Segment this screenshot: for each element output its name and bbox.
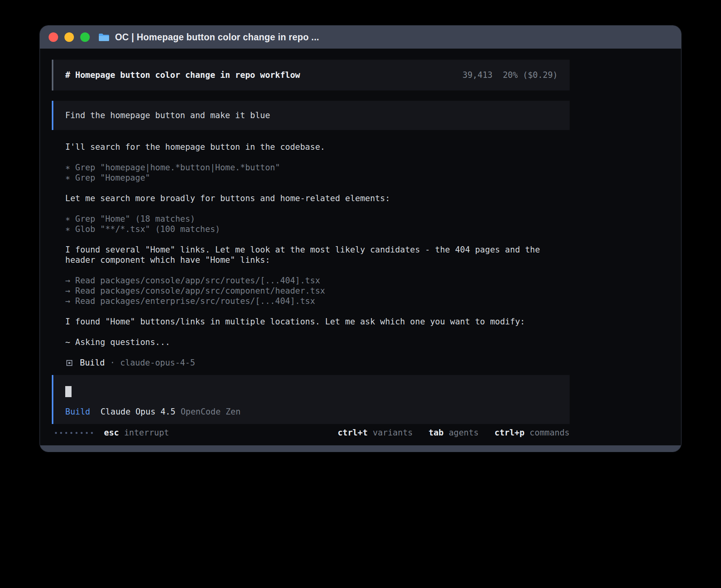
mode-label[interactable]: Build bbox=[65, 407, 90, 417]
user-message: Find the homepage button and make it blu… bbox=[52, 101, 570, 130]
assistant-text-line: Let me search more broadly for buttons a… bbox=[65, 193, 550, 204]
commands-label: commands bbox=[530, 428, 570, 438]
close-button[interactable] bbox=[49, 32, 58, 42]
esc-label: interrupt bbox=[124, 428, 169, 438]
tool-call-line: ∗ Grep "Homepage" bbox=[65, 173, 550, 183]
session-stats: 39,413 20% ($0.29) bbox=[462, 70, 558, 80]
block-cursor[interactable] bbox=[65, 386, 72, 397]
context-cost: 20% ($0.29) bbox=[503, 70, 558, 80]
tool-call-line: → Read packages/console/app/src/routes/[… bbox=[65, 275, 550, 286]
assistant-text-line: I found "Home" buttons/links in multiple… bbox=[65, 317, 550, 327]
token-count: 39,413 bbox=[462, 70, 493, 80]
dots-spinner-icon bbox=[55, 432, 93, 434]
traffic-lights bbox=[49, 32, 90, 42]
tool-call-line: → Read packages/console/app/src/componen… bbox=[65, 286, 550, 296]
titlebar: OC | Homepage button color change in rep… bbox=[40, 26, 681, 49]
session-header: # Homepage button color change in repo w… bbox=[52, 60, 570, 90]
folder-icon bbox=[98, 33, 109, 41]
prompt-input[interactable]: Build Claude Opus 4.5 OpenCode Zen bbox=[52, 375, 570, 424]
variants-label: variants bbox=[373, 428, 413, 438]
agent-separator: · bbox=[110, 358, 115, 368]
terminal-window: OC | Homepage button color change in rep… bbox=[40, 25, 681, 452]
commands-hint: ctrl+p commands bbox=[495, 428, 570, 438]
user-message-text: Find the homepage button and make it blu… bbox=[65, 110, 270, 121]
assistant-status-line: ~ Asking questions... bbox=[65, 337, 550, 347]
window-bottom-frame bbox=[40, 445, 681, 452]
variants-hint: ctrl+t variants bbox=[338, 428, 413, 438]
tool-call-line: ∗ Grep "homepage|home.*button|Home.*butt… bbox=[65, 162, 550, 173]
status-bar: esc interrupt ctrl+t variants tab agents… bbox=[52, 427, 570, 438]
tool-call-line: ∗ Glob "**/*.tsx" (100 matches) bbox=[65, 224, 550, 234]
agents-label: agents bbox=[449, 428, 479, 438]
agents-hint: tab agents bbox=[428, 428, 479, 438]
esc-hint: esc interrupt bbox=[104, 428, 169, 438]
agent-status-row: Build · claude-opus-4-5 bbox=[65, 358, 550, 368]
provider-label: OpenCode Zen bbox=[181, 407, 241, 417]
tool-call-line: → Read packages/enterprise/src/routes/[.… bbox=[65, 296, 550, 306]
window-title: OC | Homepage button color change in rep… bbox=[115, 32, 319, 43]
commands-key: ctrl+p bbox=[495, 428, 525, 438]
assistant-text-line: I'll search for the homepage button in t… bbox=[65, 142, 550, 152]
minimize-button[interactable] bbox=[64, 32, 74, 42]
esc-key: esc bbox=[104, 428, 119, 438]
agents-key: tab bbox=[428, 428, 444, 438]
agent-model: claude-opus-4-5 bbox=[120, 358, 195, 368]
zoom-button[interactable] bbox=[80, 32, 90, 42]
model-label[interactable]: Claude Opus 4.5 bbox=[100, 407, 176, 417]
terminal-content: # Homepage button color change in repo w… bbox=[40, 49, 570, 438]
session-title: # Homepage button color change in repo w… bbox=[65, 70, 300, 80]
agent-square-icon bbox=[66, 360, 72, 366]
variants-key: ctrl+t bbox=[338, 428, 368, 438]
agent-name: Build bbox=[80, 358, 105, 368]
input-footer: Build Claude Opus 4.5 OpenCode Zen bbox=[65, 407, 558, 417]
tool-call-line: ∗ Grep "Home" (18 matches) bbox=[65, 214, 550, 224]
assistant-text-line: I found several "Home" links. Let me loo… bbox=[65, 245, 550, 265]
transcript: I'll search for the homepage button in t… bbox=[52, 130, 570, 368]
